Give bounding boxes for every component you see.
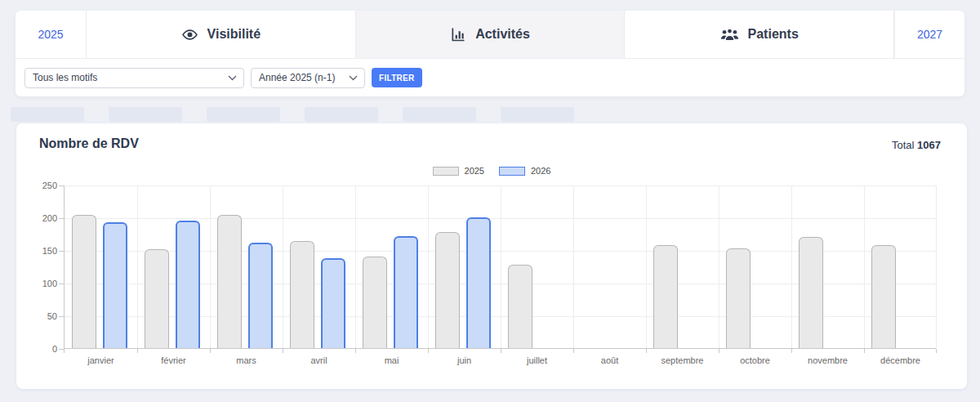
bar-2026-mars[interactable] — [248, 243, 273, 348]
x-axis-tick-mark — [283, 349, 283, 353]
chart-title: Nombre de RDV — [39, 136, 139, 151]
bar-2026-février[interactable] — [176, 221, 200, 348]
x-axis-tick-mark — [719, 349, 719, 353]
x-axis-tick-mark — [428, 349, 429, 353]
nav-next-year[interactable]: 2027 — [894, 11, 964, 58]
gridline-vertical — [428, 185, 429, 348]
y-axis-tick-mark — [59, 251, 64, 252]
skeleton-placeholder — [403, 107, 476, 122]
legend-item: 2025 — [433, 166, 484, 176]
x-axis-label: mars — [210, 355, 283, 365]
gridline-vertical — [646, 185, 647, 348]
x-axis-tick-mark — [210, 349, 211, 353]
tab-label: Visibilité — [207, 27, 261, 42]
legend-item: 2026 — [499, 166, 550, 176]
skeleton-placeholder — [11, 107, 84, 122]
y-axis-tick-mark — [59, 185, 64, 186]
y-axis-tick-mark — [59, 218, 64, 219]
chart-total: Total 1067 — [892, 139, 941, 151]
y-axis-tick-label: 0 — [24, 344, 57, 354]
gridline-vertical — [501, 185, 501, 348]
bar-2026-juin[interactable] — [466, 217, 491, 348]
tab-activites[interactable]: Activités — [356, 11, 626, 58]
gridline-vertical — [210, 185, 211, 348]
bar-2025-février[interactable] — [145, 249, 169, 348]
gridline-vertical — [864, 185, 865, 348]
x-axis-label: septembre — [646, 355, 719, 365]
filter-bar: Tous les motifs Année 2025 (n-1) FILTRER — [16, 58, 964, 96]
motifs-select-wrap: Tous les motifs — [24, 68, 244, 88]
year-select-wrap: Année 2025 (n-1) — [251, 68, 365, 88]
bar-2025-décembre[interactable] — [871, 245, 896, 348]
bar-2025-mai[interactable] — [363, 257, 387, 348]
legend-label: 2025 — [465, 166, 484, 176]
gridline-vertical — [355, 185, 356, 348]
x-axis-tick-mark — [936, 349, 937, 353]
bar-chart-icon — [450, 26, 466, 42]
y-axis-tick-label: 200 — [24, 213, 57, 223]
gridline-vertical — [283, 185, 283, 348]
x-axis-label: juillet — [501, 355, 573, 365]
y-axis-tick-label: 50 — [24, 311, 57, 321]
year-select[interactable]: Année 2025 (n-1) — [251, 68, 365, 88]
motifs-select[interactable]: Tous les motifs — [24, 68, 244, 88]
x-axis-label: mai — [355, 355, 428, 365]
x-axis-tick-mark — [355, 349, 356, 353]
eye-icon — [181, 26, 198, 43]
y-axis-tick-label: 250 — [24, 181, 57, 190]
chart-legend: 20252026 — [16, 166, 967, 176]
bar-2025-juin[interactable] — [435, 232, 460, 348]
gridline-vertical — [719, 185, 719, 348]
tab-patients[interactable]: Patients — [625, 11, 894, 58]
gridline-vertical — [137, 185, 138, 348]
bar-2026-avril[interactable] — [321, 258, 345, 348]
tab-bar: 2025 Visibilité Activités — [16, 11, 964, 58]
x-axis-tick-mark — [864, 349, 865, 353]
nav-prev-year[interactable]: 2025 — [16, 11, 87, 58]
x-axis-tick-mark — [137, 349, 138, 353]
x-axis-tick-mark — [646, 349, 647, 353]
tab-label: Activités — [475, 27, 530, 42]
gridline-vertical — [573, 185, 574, 348]
bar-2025-avril[interactable] — [290, 241, 314, 348]
skeleton-placeholder — [305, 107, 378, 122]
bar-2025-janvier[interactable] — [72, 215, 96, 348]
gridline-vertical — [791, 185, 792, 348]
x-axis-tick-mark — [791, 349, 792, 353]
legend-swatch — [499, 167, 525, 176]
x-axis-tick-mark — [64, 349, 65, 353]
legend-label: 2026 — [531, 166, 550, 176]
bar-2025-juillet[interactable] — [508, 265, 532, 348]
y-axis-tick-mark — [59, 284, 64, 284]
skeleton-placeholder — [109, 107, 182, 122]
bar-2025-octobre[interactable] — [726, 248, 751, 348]
bar-2025-septembre[interactable] — [653, 245, 678, 348]
y-axis-tick-mark — [59, 316, 64, 317]
bar-2025-mars[interactable] — [217, 215, 242, 348]
tab-visibilite[interactable]: Visibilité — [87, 11, 356, 58]
x-axis-label: novembre — [791, 355, 864, 365]
x-axis-label: janvier — [65, 355, 137, 365]
skeleton-placeholder — [207, 107, 280, 122]
x-axis-label: octobre — [719, 355, 791, 365]
bar-2026-janvier[interactable] — [103, 222, 127, 348]
legend-swatch — [433, 167, 459, 176]
skeleton-row — [11, 107, 574, 122]
gridline-vertical — [936, 185, 937, 348]
chart-card: Nombre de RDV Total 1067 20252026 050100… — [16, 123, 967, 389]
x-axis-label: août — [573, 355, 646, 365]
header: 2025 Visibilité Activités — [16, 11, 964, 96]
x-axis-tick-mark — [501, 349, 501, 353]
chart-plot-area: 050100150200250janvierfévriermarsavrilma… — [64, 185, 936, 349]
total-label: Total — [892, 139, 914, 151]
x-axis-label: juin — [428, 355, 501, 365]
total-value: 1067 — [917, 139, 941, 151]
x-axis-label: février — [137, 355, 210, 365]
filter-button[interactable]: FILTRER — [372, 68, 422, 87]
x-axis-label: décembre — [864, 355, 937, 365]
skeleton-placeholder — [501, 107, 574, 122]
y-axis-tick-label: 150 — [24, 246, 57, 256]
x-axis-tick-mark — [573, 349, 574, 353]
bar-2025-novembre[interactable] — [799, 237, 823, 348]
bar-2026-mai[interactable] — [394, 236, 418, 348]
